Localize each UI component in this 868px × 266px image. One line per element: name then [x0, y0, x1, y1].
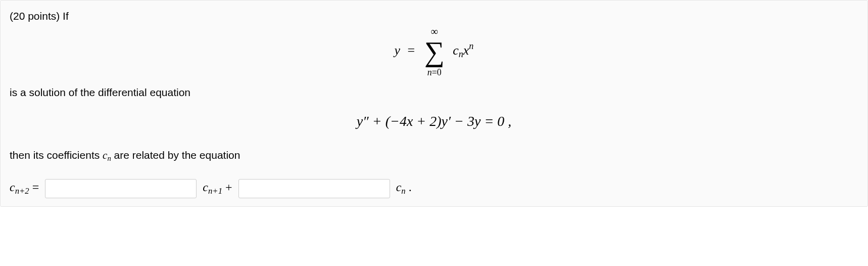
series-definition: y = ∞ ∑ n=0 cnxn — [10, 37, 858, 66]
c-n-plus-1: cn+1 + — [203, 181, 232, 196]
coeff-symbol: cn — [103, 149, 111, 161]
sum-lower: n=0 — [424, 68, 445, 77]
summation-block: ∞ ∑ n=0 — [424, 37, 445, 66]
c-n: cn . — [396, 181, 412, 196]
points-prefix: (20 points) If — [10, 9, 858, 23]
summation-term: cnxn — [453, 43, 473, 58]
answer-row: cn+2 = cn+1 + cn . — [10, 179, 858, 198]
answer-input-2[interactable] — [238, 179, 390, 198]
middle-text: is a solution of the differential equati… — [10, 85, 858, 100]
bottom-text: then its coefficients cn are related by … — [10, 148, 858, 164]
sigma-icon: ∑ — [424, 37, 445, 66]
sum-upper: ∞ — [424, 26, 445, 36]
c-n-plus-2: cn+2 = — [10, 181, 39, 196]
answer-input-1[interactable] — [45, 179, 197, 198]
ode-equation: y″ + (−4x + 2)y′ − 3y = 0 , — [10, 114, 858, 128]
equals-sign: = — [408, 43, 415, 58]
question-container: (20 points) If y = ∞ ∑ n=0 cnxn is a sol… — [0, 0, 868, 207]
series-lhs: y — [395, 43, 401, 58]
